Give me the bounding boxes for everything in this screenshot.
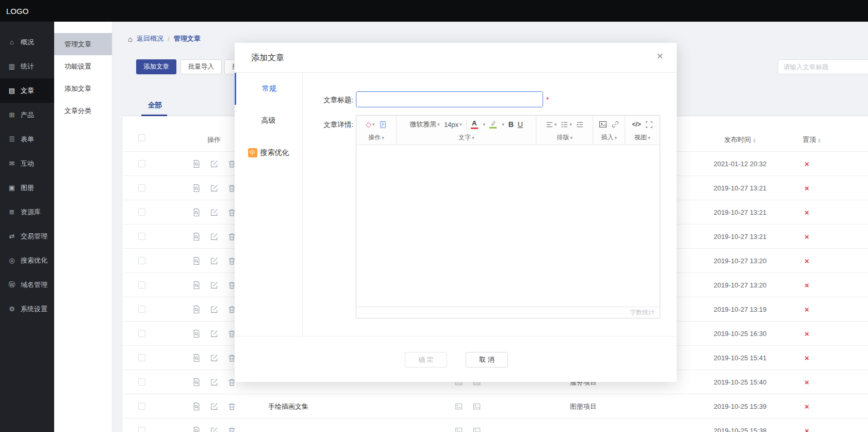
edit-icon[interactable] <box>210 208 219 217</box>
top-flag-icon[interactable]: × <box>805 273 809 297</box>
preview-icon[interactable] <box>192 426 201 432</box>
link-icon[interactable] <box>611 120 619 129</box>
top-flag-icon[interactable]: × <box>805 152 809 176</box>
font-size-select[interactable]: 14px▾ <box>444 121 462 129</box>
edit-icon[interactable] <box>210 426 219 432</box>
top-flag-icon[interactable]: × <box>805 419 809 432</box>
sidebar-item-transactions[interactable]: ⇄交易管理 <box>0 224 54 248</box>
confirm-button[interactable]: 确 定 <box>405 352 447 367</box>
preview-icon[interactable] <box>192 159 201 168</box>
font-color-button[interactable]: A <box>471 120 478 129</box>
row-checkbox[interactable] <box>138 209 145 216</box>
fullscreen-icon[interactable] <box>645 121 653 129</box>
group-label-view[interactable]: 视图▾ <box>625 133 660 145</box>
tab-all[interactable]: 全部 <box>148 101 162 110</box>
indent-icon[interactable] <box>576 121 584 129</box>
top-flag-icon[interactable]: × <box>805 200 809 225</box>
submenu-item-function-settings[interactable]: 功能设置 <box>54 55 112 77</box>
submenu-item-article-categories[interactable]: 文章分类 <box>54 100 112 122</box>
code-view-button[interactable]: </> <box>632 121 641 128</box>
preview-icon[interactable] <box>192 305 201 314</box>
image-icon[interactable] <box>599 120 607 129</box>
caret-icon[interactable]: ▾ <box>502 122 504 127</box>
row-checkbox[interactable] <box>138 281 145 289</box>
sidebar-item-seo[interactable]: ◎搜索优化 <box>0 248 54 273</box>
sort-icons[interactable]: ▲▼ <box>752 138 756 143</box>
sidebar-item-gallery[interactable]: ▣图册 <box>0 175 54 200</box>
edit-icon[interactable] <box>210 354 219 362</box>
edit-icon[interactable] <box>210 402 219 411</box>
group-label-insert[interactable]: 插入▾ <box>593 133 625 145</box>
row-checkbox[interactable] <box>138 330 145 337</box>
sidebar-item-forms[interactable]: ☰表单 <box>0 127 54 151</box>
top-flag-icon[interactable]: × <box>805 297 809 322</box>
top-flag-icon[interactable]: × <box>805 394 809 419</box>
submenu-item-manage-articles[interactable]: 管理文章 <box>54 33 112 55</box>
top-flag-icon[interactable]: × <box>805 322 809 346</box>
edit-icon[interactable] <box>210 159 219 168</box>
row-checkbox[interactable] <box>138 306 145 313</box>
header-publish-time[interactable]: 发布时间▲▼ <box>709 135 771 145</box>
row-checkbox[interactable] <box>138 427 145 432</box>
breadcrumb-back-link[interactable]: 返回概况 <box>137 34 163 43</box>
article-title-input[interactable] <box>356 91 543 107</box>
bold-button[interactable]: B <box>509 120 514 129</box>
modal-tab-seo[interactable]: 中搜索优化 <box>235 137 302 169</box>
modal-tab-general[interactable]: 常规 <box>235 73 302 105</box>
sidebar-item-resources[interactable]: ≣资源库 <box>0 200 54 224</box>
edit-icon[interactable] <box>210 305 219 314</box>
underline-button[interactable]: U <box>518 120 523 129</box>
preview-icon[interactable] <box>192 402 201 411</box>
sidebar-item-settings[interactable]: ⚙系统设置 <box>0 297 54 321</box>
preview-icon[interactable] <box>192 329 201 338</box>
row-checkbox[interactable] <box>138 378 145 386</box>
preview-icon[interactable] <box>192 208 201 217</box>
sidebar-item-products[interactable]: ⊞产品 <box>0 103 54 127</box>
delete-icon[interactable] <box>227 402 236 411</box>
font-family-select[interactable]: 微软雅黑▾ <box>410 120 440 129</box>
edit-icon[interactable] <box>210 281 219 290</box>
top-flag-icon[interactable]: × <box>805 249 809 273</box>
row-checkbox[interactable] <box>138 354 145 361</box>
sidebar-item-articles[interactable]: ▤文章 <box>0 78 54 103</box>
top-flag-icon[interactable]: × <box>805 370 809 394</box>
add-article-button[interactable]: 添加文章 <box>136 59 176 74</box>
row-checkbox[interactable] <box>138 184 145 191</box>
caret-icon[interactable]: ▾ <box>483 122 486 127</box>
top-flag-icon[interactable]: × <box>805 176 809 200</box>
list-button[interactable]: ▾ <box>561 121 572 129</box>
edit-icon[interactable] <box>210 184 219 193</box>
highlight-color-button[interactable] <box>489 120 497 129</box>
row-checkbox[interactable] <box>138 257 145 264</box>
edit-icon[interactable] <box>210 257 219 265</box>
modal-tab-advanced[interactable]: 高级 <box>235 105 302 137</box>
top-flag-icon[interactable]: × <box>805 346 809 370</box>
top-flag-icon[interactable]: × <box>805 225 809 249</box>
row-checkbox[interactable] <box>138 233 145 240</box>
row-checkbox[interactable] <box>138 160 145 167</box>
preview-icon[interactable] <box>192 281 201 290</box>
preview-icon[interactable] <box>192 354 201 362</box>
preview-icon[interactable] <box>192 257 201 265</box>
edit-icon[interactable] <box>210 232 219 241</box>
thumb-icon[interactable] <box>473 427 481 432</box>
cancel-button[interactable]: 取 消 <box>466 352 508 367</box>
preview-icon[interactable] <box>192 378 201 387</box>
submenu-item-add-article[interactable]: 添加文章 <box>54 77 112 100</box>
close-icon[interactable]: × <box>657 50 663 63</box>
row-checkbox[interactable] <box>138 403 145 410</box>
thumb-icon[interactable] <box>455 427 463 432</box>
preview-icon[interactable] <box>192 232 201 241</box>
sort-icons[interactable]: ▲▼ <box>817 138 821 143</box>
edit-icon[interactable] <box>210 378 219 387</box>
batch-import-button[interactable]: 批量导入 <box>181 59 222 74</box>
preview-icon[interactable] <box>192 184 201 193</box>
thumb-icon[interactable] <box>455 403 463 410</box>
sidebar-item-domains[interactable]: Ⓦ域名管理 <box>0 273 54 297</box>
delete-icon[interactable] <box>227 426 236 432</box>
select-all-checkbox[interactable] <box>138 134 145 141</box>
format-eraser-icon[interactable]: ◇▾ <box>366 120 374 129</box>
group-label-text[interactable]: 文字▾ <box>397 133 536 145</box>
search-input[interactable] <box>778 59 868 74</box>
template-doc-icon[interactable] <box>379 121 387 129</box>
